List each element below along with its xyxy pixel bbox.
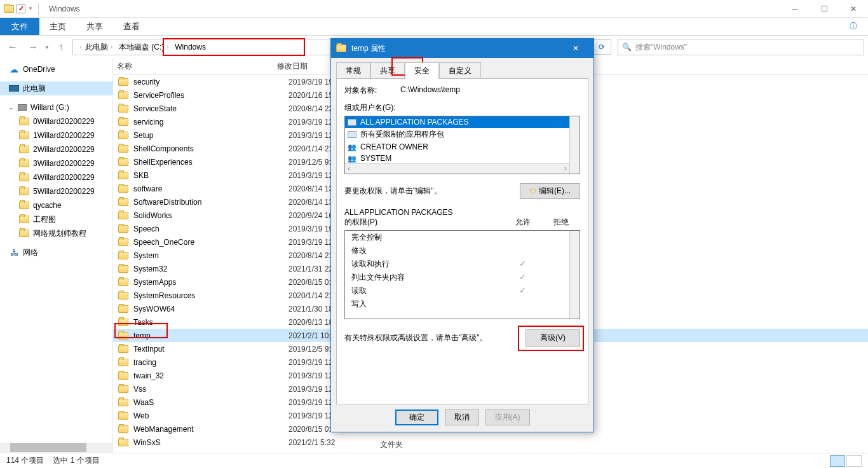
folder-icon [118,185,128,193]
user-icon [348,142,356,151]
crumb-thispc[interactable]: 此电脑› [83,42,115,53]
folder-icon [118,372,128,380]
qat-checkbox-icon[interactable] [17,4,25,13]
ok-button[interactable]: 确定 [395,410,438,425]
group-item[interactable]: 所有受限制的应用程序包 [345,128,580,141]
app-icon [4,5,14,13]
cancel-button[interactable]: 取消 [445,410,479,425]
folder-icon [118,252,128,259]
maximize-button[interactable]: ☐ [810,0,839,18]
sidebar-folder[interactable]: 3Willard20200229 [0,156,112,170]
folder-icon [118,332,128,340]
minimize-button[interactable]: ─ [780,0,810,18]
sidebar-folder[interactable]: 网络规划师教程 [0,226,112,240]
perm-caption2: 的权限(P) [344,217,504,228]
sidebar-folder[interactable]: 5Willard20200229 [0,184,112,198]
status-selected: 选中 1 个项目 [53,455,99,466]
folder-icon [118,265,128,273]
groups-label: 组或用户名(G): [344,102,580,113]
package-icon [348,131,356,138]
ribbon: 文件 主页 共享 查看 ⓘ [0,18,868,36]
folder-icon [118,105,128,113]
tab-view[interactable]: 查看 [113,18,150,35]
folder-icon [19,202,29,209]
group-item[interactable]: ALL APPLICATION PACKAGES [345,116,580,128]
folder-icon [118,399,128,406]
sidebar-onedrive[interactable]: OneDrive [0,62,112,76]
drive-icon [18,104,27,111]
ribbon-help-icon[interactable]: ⓘ [839,18,868,35]
folder-icon [118,198,128,206]
refresh-button[interactable]: ⟳ [593,39,611,55]
forward-button[interactable]: → [24,38,42,56]
sidebar: OneDrive 此电脑 ⌄Willard (G:) 0Willard20200… [0,59,113,453]
advanced-button[interactable]: 高级(V) [526,329,580,347]
folder-icon [118,78,128,86]
sidebar-folder[interactable]: 2Willard20200229 [0,142,112,156]
sidebar-network[interactable]: 网络 [0,245,112,259]
file-tab[interactable]: 文件 [0,18,39,35]
sidebar-folder[interactable]: 工程图 [0,212,112,226]
folder-icon [118,132,128,139]
pc-icon [9,85,19,92]
h-scrollbar[interactable]: ‹› [345,163,569,174]
column-name[interactable]: 名称 [117,61,277,72]
edit-hint: 要更改权限，请单击"编辑"。 [344,186,442,196]
dialog-close-button[interactable]: ✕ [563,39,588,58]
folder-icon [19,118,29,125]
sidebar-folder[interactable]: 1Willard20200229 [0,128,112,142]
folder-icon [19,146,29,153]
sidebar-drive[interactable]: ⌄Willard (G:) [0,100,112,114]
history-dropdown-icon[interactable]: ▼ [44,45,50,50]
tab-custom[interactable]: 自定义 [439,62,481,79]
tab-home[interactable]: 主页 [39,18,76,35]
sidebar-folder[interactable]: 4Willard20200229 [0,170,112,184]
folder-icon [118,118,128,126]
folder-icon [118,292,128,299]
group-item[interactable]: CREATOR OWNER [345,141,580,153]
crumb-windows[interactable]: Windows [172,43,208,52]
close-button[interactable]: ✕ [839,0,868,18]
view-details-button[interactable] [830,455,845,467]
up-button[interactable]: ↑ [52,38,70,56]
scrollbar[interactable] [569,231,580,319]
crumb-drive[interactable]: 本地磁盘 (C:)› [116,42,171,53]
permission-row: 读取 [345,284,580,298]
file-row[interactable]: WinSxS2021/2/1 5:32 [113,436,868,449]
permission-row: 写入 [345,298,580,311]
sidebar-scrollbar[interactable] [0,443,113,453]
dialog-titlebar[interactable]: temp 属性 ✕ [331,39,593,58]
folder-icon [118,279,128,286]
sidebar-thispc[interactable]: 此电脑 [0,81,112,95]
permission-row: 列出文件夹内容 [345,271,580,284]
perm-deny-header: 拒绝 [542,217,580,228]
check-icon [519,286,526,295]
sidebar-folder[interactable]: qycache [0,198,112,212]
search-input[interactable]: 🔍 搜索"Windows" [618,39,864,55]
statusbar: 114 个项目 选中 1 个项目 [0,453,868,468]
group-item[interactable]: SYSTEM [345,153,580,164]
edit-button[interactable]: 编辑(E)... [520,183,580,199]
groups-listbox[interactable]: ALL APPLICATION PACKAGES所有受限制的应用程序包CREAT… [344,116,580,174]
view-icons-button[interactable] [846,455,862,467]
tab-sharing[interactable]: 共享 [370,62,405,79]
folder-icon [19,174,29,181]
tab-share[interactable]: 共享 [76,18,113,35]
scrollbar[interactable] [569,116,580,174]
tab-security[interactable]: 安全 [405,62,439,79]
window-title: Windows [44,4,80,13]
apply-button[interactable]: 应用(A) [485,410,530,425]
qat-dropdown-icon[interactable]: ▼ [28,6,33,11]
sidebar-folder[interactable]: 0Willard20200229 [0,114,112,128]
folder-icon [118,359,128,366]
folder-icon [118,145,128,153]
dialog-title: temp 属性 [351,43,386,54]
folder-icon [118,305,128,313]
advanced-hint: 有关特殊权限或高级设置，请单击"高级"。 [344,333,526,343]
folder-icon [19,160,29,167]
perm-caption: ALL APPLICATION PACKAGES [344,208,504,217]
folder-icon [118,412,128,420]
folder-icon [118,225,128,233]
back-button[interactable]: ← [4,38,22,56]
tab-general[interactable]: 常规 [336,62,370,79]
